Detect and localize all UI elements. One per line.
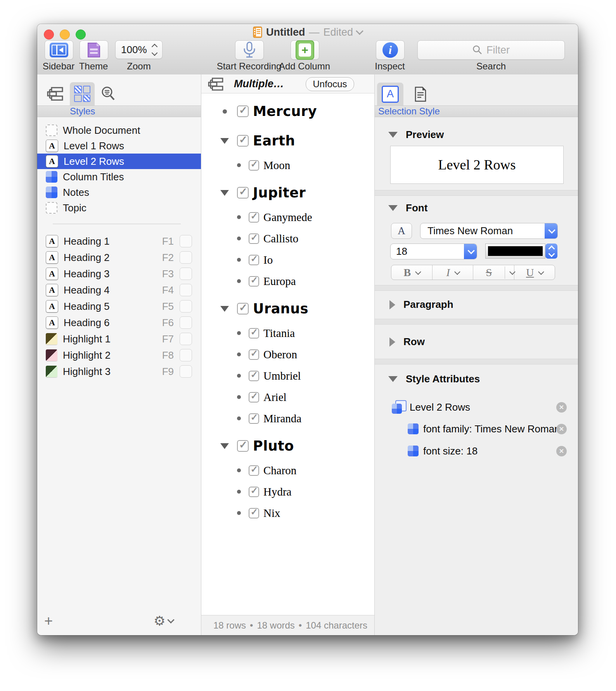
disclosure-triangle-icon[interactable] xyxy=(220,306,230,312)
row-section-header[interactable]: Row xyxy=(389,336,425,348)
style-attribute-row[interactable]: font size: 18 ✕ xyxy=(375,442,578,460)
add-style-button[interactable]: + xyxy=(44,613,53,628)
checkbox-checked-icon[interactable] xyxy=(249,255,259,265)
bold-button[interactable]: B xyxy=(391,265,433,280)
apply-style-checkbox[interactable] xyxy=(180,284,192,296)
style-item-heading-4[interactable]: A Heading 4 F4 xyxy=(37,282,201,298)
font-size-combo[interactable]: 18 xyxy=(390,244,477,259)
zoom-stepper-icon[interactable] xyxy=(152,45,157,55)
style-attribute-row[interactable]: Level 2 Rows ✕ xyxy=(375,399,578,416)
outline-row[interactable]: Nix xyxy=(201,506,374,520)
outline-row[interactable]: Uranus xyxy=(201,300,374,318)
style-item-column-titles[interactable]: Column Titles xyxy=(37,169,201,185)
style-item-heading-3[interactable]: A Heading 3 F3 xyxy=(37,266,201,282)
checkbox-checked-icon[interactable] xyxy=(249,160,259,171)
checkbox-checked-icon[interactable] xyxy=(249,465,259,476)
outline-row[interactable]: Io xyxy=(201,253,374,267)
checkbox-checked-icon[interactable] xyxy=(249,328,259,339)
checkbox-checked-icon[interactable] xyxy=(249,349,259,360)
outline-row[interactable]: Jupiter xyxy=(201,184,374,202)
inspect-button[interactable]: i xyxy=(376,40,405,60)
checkbox-checked-icon[interactable] xyxy=(237,303,249,314)
apply-style-checkbox[interactable] xyxy=(180,349,192,361)
style-item-level-2-rows-selected[interactable]: A Level 2 Rows xyxy=(37,154,201,169)
font-panel-button[interactable]: A xyxy=(391,223,412,239)
sidebar-toggle-button[interactable] xyxy=(45,40,73,60)
style-item-highlight-3[interactable]: Highlight 3 F9 xyxy=(37,363,201,380)
tab-search[interactable] xyxy=(96,82,121,105)
chevron-down-icon[interactable] xyxy=(415,269,421,275)
unfocus-button[interactable]: Unfocus xyxy=(306,77,354,91)
style-attribute-row[interactable]: font family: Times New Roman ✕ xyxy=(375,420,578,437)
outline-row[interactable]: Titania xyxy=(201,326,374,340)
checkbox-checked-icon[interactable] xyxy=(249,371,259,381)
paragraph-section-header[interactable]: Paragraph xyxy=(389,299,453,311)
style-attributes-section-header[interactable]: Style Attributes xyxy=(388,373,480,385)
remove-attribute-button[interactable]: ✕ xyxy=(556,446,567,456)
edited-label[interactable]: Edited xyxy=(323,26,353,38)
remove-attribute-button[interactable]: ✕ xyxy=(556,402,567,413)
style-item-whole-document[interactable]: Whole Document xyxy=(37,123,201,138)
checkbox-checked-icon[interactable] xyxy=(237,440,249,452)
outline-row[interactable]: Hydra xyxy=(201,485,374,499)
outline-row[interactable]: Europa xyxy=(201,274,374,288)
chevron-down-icon[interactable] xyxy=(464,244,477,259)
theme-button[interactable] xyxy=(80,40,108,60)
chevron-down-icon[interactable] xyxy=(545,223,557,238)
remove-attribute-button[interactable]: ✕ xyxy=(556,424,567,434)
italic-button[interactable]: I xyxy=(433,265,474,280)
style-item-highlight-1[interactable]: Highlight 1 F7 xyxy=(37,331,201,347)
font-color-well[interactable] xyxy=(485,244,545,259)
checkbox-checked-icon[interactable] xyxy=(249,233,259,244)
style-item-heading-6[interactable]: A Heading 6 F6 xyxy=(37,314,201,331)
outline-content[interactable]: Mercury Earth Moon Jupiter Ganymede xyxy=(201,93,374,615)
tab-document-style[interactable] xyxy=(407,83,434,105)
outline-row[interactable]: Ganymede xyxy=(201,210,374,224)
apply-style-checkbox[interactable] xyxy=(180,268,192,280)
start-recording-button[interactable] xyxy=(235,40,264,60)
outline-row[interactable]: Moon xyxy=(201,158,374,172)
outline-row[interactable]: Mercury xyxy=(201,102,374,120)
style-item-heading-1[interactable]: A Heading 1 F1 xyxy=(37,233,201,249)
checkbox-checked-icon[interactable] xyxy=(237,105,249,117)
style-item-heading-5[interactable]: A Heading 5 F5 xyxy=(37,298,201,314)
strikethrough-button[interactable]: S xyxy=(473,265,514,280)
style-actions-menu[interactable]: ⚙ xyxy=(154,614,173,627)
font-section-header[interactable]: Font xyxy=(388,202,427,214)
style-item-notes[interactable]: Notes xyxy=(37,185,201,200)
outline-row[interactable]: Earth xyxy=(201,132,374,150)
disclosure-triangle-icon[interactable] xyxy=(388,132,398,138)
checkbox-checked-icon[interactable] xyxy=(237,135,249,147)
checkbox-checked-icon[interactable] xyxy=(237,187,249,199)
disclosure-triangle-icon[interactable] xyxy=(220,138,230,144)
add-column-button[interactable]: + xyxy=(291,40,319,60)
filter-input[interactable]: Filter xyxy=(417,40,565,60)
apply-style-checkbox[interactable] xyxy=(180,251,192,264)
checkbox-checked-icon[interactable] xyxy=(249,413,259,424)
disclosure-triangle-icon[interactable] xyxy=(220,190,230,196)
apply-style-checkbox[interactable] xyxy=(180,365,192,378)
outline-row[interactable]: Ariel xyxy=(201,390,374,404)
checkbox-checked-icon[interactable] xyxy=(249,508,259,518)
apply-style-checkbox[interactable] xyxy=(180,333,192,345)
outline-row[interactable]: Pluto xyxy=(201,437,374,455)
chevron-down-icon[interactable] xyxy=(454,269,460,275)
apply-style-checkbox[interactable] xyxy=(180,235,192,247)
tab-selection-style[interactable]: A xyxy=(377,83,403,105)
disclosure-triangle-right-icon[interactable] xyxy=(389,337,395,347)
tab-styles[interactable] xyxy=(70,82,95,105)
disclosure-triangle-icon[interactable] xyxy=(388,376,398,382)
outline-row[interactable]: Callisto xyxy=(201,231,374,245)
outline-row[interactable]: Umbriel xyxy=(201,369,374,383)
outline-row[interactable]: Oberon xyxy=(201,347,374,361)
color-stepper[interactable] xyxy=(545,244,557,259)
outline-row[interactable]: Miranda xyxy=(201,411,374,425)
apply-style-checkbox[interactable] xyxy=(180,300,192,313)
tab-sections[interactable] xyxy=(43,82,67,105)
chevron-down-icon[interactable] xyxy=(538,269,544,275)
chevron-down-icon[interactable] xyxy=(356,27,363,35)
outline-row[interactable]: Charon xyxy=(201,463,374,477)
zoom-control[interactable]: 100% xyxy=(115,40,163,59)
style-item-highlight-2[interactable]: Highlight 2 F8 xyxy=(37,347,201,363)
checkbox-checked-icon[interactable] xyxy=(249,487,259,497)
